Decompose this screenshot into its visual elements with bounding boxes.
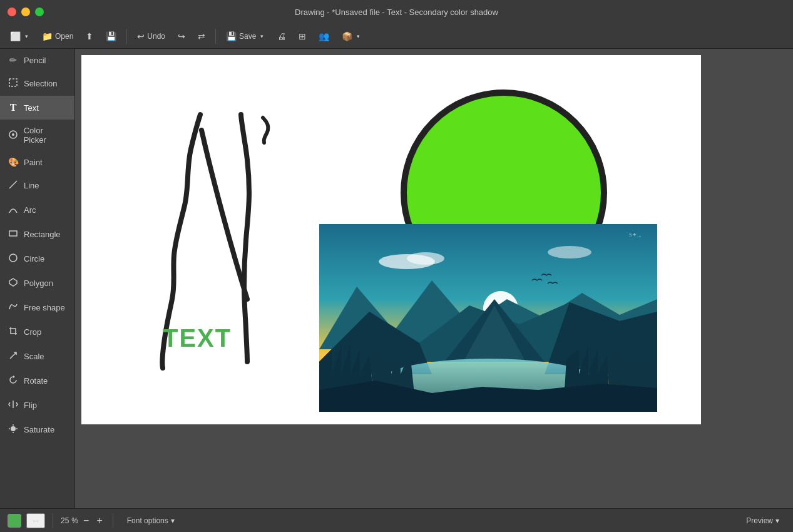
new-button[interactable]: ⬜ ▾ [5,29,34,44]
sidebar-item-free-shape[interactable]: Free shape [0,295,74,320]
sidebar-label-scale: Scale [24,352,44,361]
crop-icon [8,326,19,338]
zoom-percent: % [71,516,78,525]
sidebar-item-line[interactable]: Line [0,173,74,198]
main-area: ✏ Pencil Selection T Text Color Picker 🎨… [0,49,793,508]
grid-button[interactable]: ⊞ [294,29,311,44]
sidebar-label-arc: Arc [24,205,36,215]
svg-point-18 [548,246,591,258]
text-icon: T [8,102,19,113]
canvas-area[interactable]: TEXT [75,49,793,508]
save-disk-button[interactable]: 💾 [101,29,121,44]
print-icon: 🖨 [277,31,286,41]
more-icon: 📦 [342,31,352,41]
save-icon: 💾 [226,31,237,41]
svg-point-5 [9,254,17,262]
font-options-button[interactable]: Font options ▾ [121,514,181,528]
bottom-separator-1 [53,513,53,528]
color-picker-icon [8,130,19,141]
open-button[interactable]: 📁 Open [37,29,78,44]
scale-icon [8,350,19,362]
separator-2 [215,29,216,44]
sidebar-label-flip: Flip [24,401,37,410]
window-controls [8,8,44,16]
canvas-text-element: TEXT [163,324,232,352]
grid-icon: ⊞ [299,31,306,41]
save-button[interactable]: 💾 Save ▾ [221,29,270,44]
undo-label: Undo [147,32,165,41]
titlebar: Drawing - *Unsaved file - Text - Seconda… [0,0,793,24]
print-button[interactable]: 🖨 [272,29,291,44]
new-icon: ⬜ [10,31,21,41]
rotate-icon [8,375,19,387]
svg-rect-4 [9,231,17,236]
sidebar-item-paint[interactable]: 🎨 Paint [0,151,74,173]
font-options-dropdown-icon: ▾ [171,516,175,525]
svg-text:S✦...: S✦... [629,232,642,238]
color-swatch[interactable] [8,514,21,528]
sidebar-item-rectangle[interactable]: Rectangle [0,222,74,247]
sidebar-item-flip[interactable]: Flip [0,393,74,417]
more-button[interactable]: 📦 ▾ [337,29,366,44]
sidebar-label-paint: Paint [24,158,43,167]
share-button[interactable]: 👥 [314,29,334,44]
new-dropdown-icon: ▾ [23,33,29,39]
circle-icon [8,253,19,265]
sidebar-item-text[interactable]: T Text [0,96,74,120]
font-options-label: Font options [127,516,168,525]
sidebar-item-arc[interactable]: Arc [0,198,74,222]
preview-button[interactable]: Preview ▾ [740,514,785,528]
zoom-out-button[interactable]: − [81,515,91,526]
zoom-value: 25 [61,516,69,525]
undo-icon: ↩ [137,31,145,41]
svg-line-3 [9,181,17,188]
save-label: Save [239,32,256,41]
transfer-icon: ⇄ [198,31,205,41]
window-title: Drawing - *Unsaved file - Text - Seconda… [295,8,498,17]
export-button[interactable]: ⬆ [81,29,98,44]
bottombar: ↔ 25 % − + Font options ▾ Preview ▾ [0,508,793,532]
landscape-image: S✦... [319,224,657,412]
sidebar: ✏ Pencil Selection T Text Color Picker 🎨… [0,49,75,508]
saturate-icon [8,424,19,436]
preview-label: Preview [746,516,773,525]
sidebar-label-circle: Circle [24,254,44,263]
sidebar-item-crop[interactable]: Crop [0,320,74,344]
zoom-control: 25 % − + [61,515,105,526]
sidebar-item-selection[interactable]: Selection [0,71,74,96]
close-button[interactable] [8,8,16,16]
undo-button[interactable]: ↩ Undo [132,29,170,44]
zoom-in-button[interactable]: + [94,515,105,526]
free-shape-icon [8,302,19,314]
swap-colors-button[interactable]: ↔ [26,513,45,528]
svg-point-17 [407,252,444,265]
selection-icon [8,78,19,90]
sidebar-item-pencil[interactable]: ✏ Pencil [0,49,74,71]
svg-rect-0 [9,79,17,86]
toolbar: ⬜ ▾ 📁 Open ⬆ 💾 ↩ Undo ↪ ⇄ 💾 Save ▾ 🖨 ⊞ 👥… [0,24,793,49]
sidebar-label-polygon: Polygon [24,279,53,288]
line-icon [8,180,19,192]
export-icon: ⬆ [86,31,93,41]
sidebar-item-circle[interactable]: Circle [0,247,74,271]
redo-button[interactable]: ↪ [173,29,190,44]
sidebar-label-text: Text [24,103,39,113]
sidebar-item-polygon[interactable]: Polygon [0,271,74,295]
save-disk-icon: 💾 [106,31,116,41]
paint-icon: 🎨 [8,157,19,167]
sidebar-label-pencil: Pencil [24,56,46,65]
rectangle-icon [8,228,19,240]
sidebar-item-saturate[interactable]: Saturate [0,417,74,442]
transfer-button[interactable]: ⇄ [193,29,210,44]
open-icon: 📁 [42,31,53,41]
sidebar-label-line: Line [24,181,39,190]
maximize-button[interactable] [35,8,44,16]
minimize-button[interactable] [21,8,30,16]
sidebar-item-color-picker[interactable]: Color Picker [0,120,74,151]
bottom-separator-2 [113,513,113,528]
sidebar-item-rotate[interactable]: Rotate [0,369,74,393]
sidebar-label-color-picker: Color Picker [24,126,67,145]
save-dropdown-icon: ▾ [258,33,265,39]
pencil-icon: ✏ [8,55,19,65]
sidebar-item-scale[interactable]: Scale [0,344,74,369]
